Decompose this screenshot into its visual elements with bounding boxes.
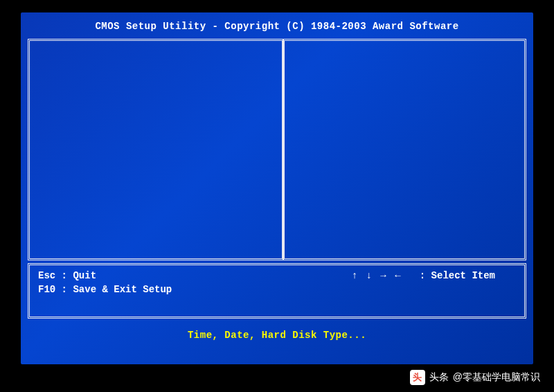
arrow-keys-icon: ↑ ↓ → ← (352, 269, 402, 283)
menu-panel-left[interactable] (28, 39, 283, 260)
footer-hint: Time, Date, Hard Disk Type... (28, 319, 526, 341)
help-panel: Esc : Quit ↑ ↓ → ← : Select Item F10 : S… (28, 263, 526, 319)
monitor-frame: CMOS Setup Utility - Copyright (C) 1984-… (0, 0, 554, 392)
esc-action-label: Quit (73, 270, 96, 281)
f10-action-label: Save & Exit Setup (73, 284, 172, 295)
bios-panels (28, 39, 526, 260)
watermark-logo-icon: 头 (410, 370, 425, 385)
help-esc: Esc : Quit (38, 269, 96, 283)
watermark: 头 头条 @零基础学电脑常识 (410, 370, 540, 385)
watermark-prefix: 头条 (429, 371, 449, 384)
help-f10: F10 : Save & Exit Setup (38, 283, 172, 297)
watermark-account: @零基础学电脑常识 (453, 371, 540, 384)
f10-key-label: F10 (38, 284, 55, 295)
nav-action-label: Select Item (431, 270, 495, 281)
bios-title: CMOS Setup Utility - Copyright (C) 1984-… (28, 18, 526, 39)
menu-panel-right[interactable] (283, 39, 526, 260)
bios-screen: CMOS Setup Utility - Copyright (C) 1984-… (21, 12, 533, 364)
help-nav: ↑ ↓ → ← : Select Item (352, 269, 516, 283)
esc-key-label: Esc (38, 270, 55, 281)
